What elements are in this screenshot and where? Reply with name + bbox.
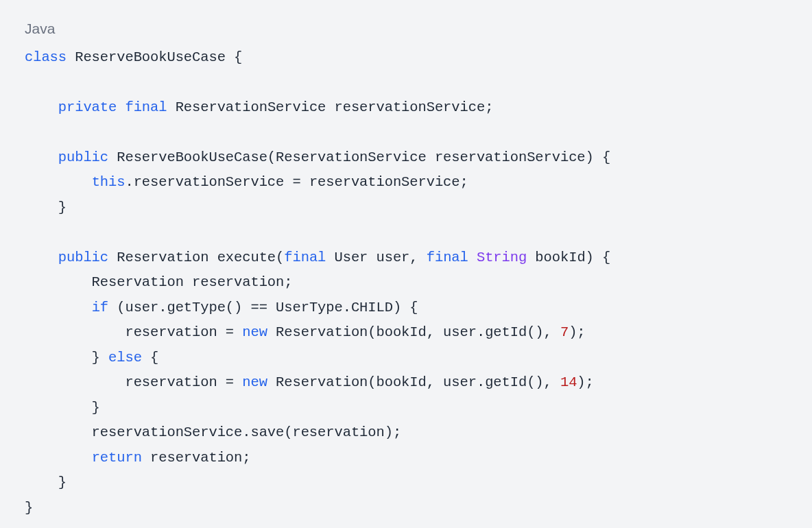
code-pre: class ReserveBookUseCase { private final… bbox=[25, 45, 787, 520]
code-token bbox=[117, 99, 125, 115]
code-token-kw: if bbox=[92, 300, 108, 315]
code-token: reservationService.save(reservation); bbox=[25, 424, 401, 440]
code-token bbox=[25, 300, 92, 315]
code-token: (user.getType() == UserType.CHILD) { bbox=[108, 300, 418, 315]
code-token: User user, bbox=[326, 250, 426, 265]
code-token: Reservation(bookId, user.getId(), bbox=[267, 324, 560, 340]
code-token-num: 14 bbox=[560, 374, 577, 390]
code-token: reservation; bbox=[142, 450, 251, 466]
code-token: reservation = bbox=[25, 324, 242, 340]
code-token: ReserveBookUseCase(ReservationService re… bbox=[108, 149, 610, 165]
code-token bbox=[468, 250, 477, 265]
code-token-kw: final bbox=[427, 250, 468, 265]
code-token-kw: final bbox=[284, 250, 326, 265]
code-token-kw: public bbox=[58, 250, 108, 265]
code-token: .reservationService = reservationService… bbox=[125, 174, 468, 190]
code-token bbox=[25, 174, 92, 190]
code-token bbox=[25, 99, 58, 115]
code-token: } bbox=[25, 400, 100, 416]
code-token-kw: return bbox=[92, 450, 142, 466]
code-token-num: 7 bbox=[560, 324, 569, 340]
code-token-kw: public bbox=[58, 149, 108, 165]
code-token-kw: new bbox=[242, 324, 267, 340]
code-token-kw: else bbox=[108, 350, 142, 365]
code-token-kw: this bbox=[92, 174, 126, 190]
code-token-type: String bbox=[477, 250, 527, 265]
code-token: Reservation(bookId, user.getId(), bbox=[267, 374, 560, 390]
code-token: bookId) { bbox=[527, 250, 610, 265]
code-token: reservation = bbox=[25, 374, 242, 390]
code-token: } bbox=[25, 500, 33, 516]
code-token: } bbox=[25, 200, 67, 215]
code-token: Reservation reservation; bbox=[25, 274, 292, 290]
code-token: { bbox=[142, 350, 158, 365]
code-token: ); bbox=[577, 374, 593, 390]
code-token-kw: private bbox=[58, 99, 117, 115]
code-token bbox=[25, 250, 58, 265]
language-label: Java bbox=[25, 21, 787, 37]
code-token: } bbox=[25, 475, 67, 490]
code-block: Java class ReserveBookUseCase { private … bbox=[0, 0, 812, 528]
code-token: } bbox=[25, 350, 108, 365]
code-token: Reservation execute( bbox=[108, 250, 284, 265]
code-token-kw: new bbox=[242, 374, 267, 390]
code-token bbox=[25, 149, 58, 165]
code-token: ); bbox=[569, 324, 585, 340]
code-token-kw: final bbox=[125, 99, 167, 115]
code-token: ReserveBookUseCase { bbox=[67, 49, 242, 65]
code-token bbox=[25, 450, 92, 466]
code-token: ReservationService reservationService; bbox=[167, 99, 493, 115]
code-token-kw: class bbox=[25, 49, 67, 65]
